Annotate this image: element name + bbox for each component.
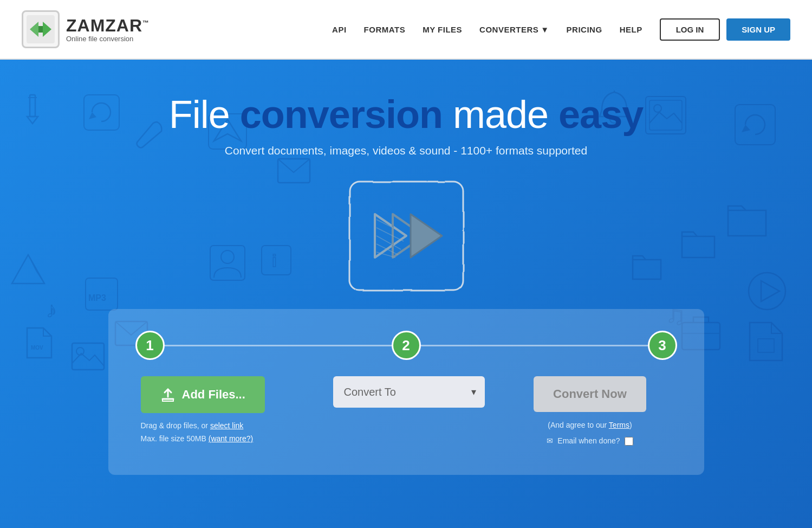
converters-dropdown-icon: ▼: [541, 25, 549, 34]
convert-now-hint: (And agree to our Terms) ✉ Email when do…: [547, 418, 633, 448]
convert-to-col: Convert To mp4 mp3 jpg png pdf doc docx …: [315, 376, 503, 408]
signup-button[interactable]: SIGN UP: [726, 18, 790, 41]
step-1-circle: 1: [135, 331, 165, 360]
email-row: ✉ Email when done?: [547, 434, 633, 448]
hero-title: File conversion made easy: [169, 92, 643, 137]
convert-now-button[interactable]: Convert Now: [534, 376, 646, 412]
envelope-small-icon: ✉: [547, 434, 553, 448]
logo-brand: ZAMZAR™: [66, 16, 150, 36]
upload-icon: [160, 387, 176, 402]
center-zamzar-icon: [341, 173, 471, 298]
login-button[interactable]: LOG IN: [660, 18, 720, 41]
svg-line-41: [376, 220, 404, 233]
converter-box: 1 2 3 Add Files..: [108, 309, 704, 475]
svg-line-42: [376, 228, 404, 241]
logo-link[interactable]: ZAMZAR™ Online file conversion: [22, 10, 150, 48]
steps-row: 1 2 3: [135, 331, 677, 360]
logo-tm: ™: [142, 19, 150, 27]
nav-pricing[interactable]: PRICING: [567, 25, 602, 34]
step-2-circle: 2: [392, 331, 421, 360]
convert-now-col: Convert Now (And agree to our Terms) ✉ E…: [503, 376, 677, 448]
nav-api[interactable]: API: [332, 25, 347, 34]
nav-formats[interactable]: FORMATS: [364, 25, 406, 34]
logo-tagline: Online file conversion: [66, 35, 150, 43]
email-checkbox[interactable]: [625, 437, 633, 446]
terms-link[interactable]: Terms: [609, 421, 629, 429]
add-files-col: Add Files... Drag & drop files, or selec…: [135, 376, 315, 446]
hero-section: ♪ MOV: [0, 60, 812, 528]
step-line-2: [421, 345, 648, 346]
select-link[interactable]: select link: [210, 421, 243, 430]
hero-content: File conversion made easy Convert docume…: [0, 60, 812, 475]
navbar: ZAMZAR™ Online file conversion API FORMA…: [0, 0, 812, 60]
logo-text-area: ZAMZAR™ Online file conversion: [66, 16, 150, 43]
zamzar-logo-svg: [27, 15, 55, 43]
add-files-hint: Drag & drop files, or select link Max. f…: [141, 420, 254, 446]
convert-to-wrapper: Convert To mp4 mp3 jpg png pdf doc docx …: [333, 376, 485, 408]
nav-help[interactable]: HELP: [620, 25, 642, 34]
svg-marker-3: [38, 26, 43, 33]
logo-icon: [22, 10, 60, 48]
add-files-button[interactable]: Add Files...: [141, 376, 265, 413]
step-3-circle: 3: [648, 331, 677, 360]
nav-buttons: LOG IN SIGN UP: [660, 18, 790, 41]
nav-converters[interactable]: CONVERTERS ▼: [479, 25, 549, 34]
hero-subtitle: Convert documents, images, videos & soun…: [225, 144, 587, 157]
nav-links: API FORMATS MY FILES CONVERTERS ▼ PRICIN…: [332, 25, 642, 34]
actions-row: Add Files... Drag & drop files, or selec…: [135, 376, 677, 448]
convert-to-select[interactable]: Convert To mp4 mp3 jpg png pdf doc docx …: [333, 376, 485, 408]
step-line-1: [165, 345, 392, 346]
svg-marker-40: [411, 214, 442, 257]
center-icon-svg: [341, 173, 471, 298]
want-more-link[interactable]: (want more?): [209, 434, 253, 443]
nav-my-files[interactable]: MY FILES: [423, 25, 462, 34]
